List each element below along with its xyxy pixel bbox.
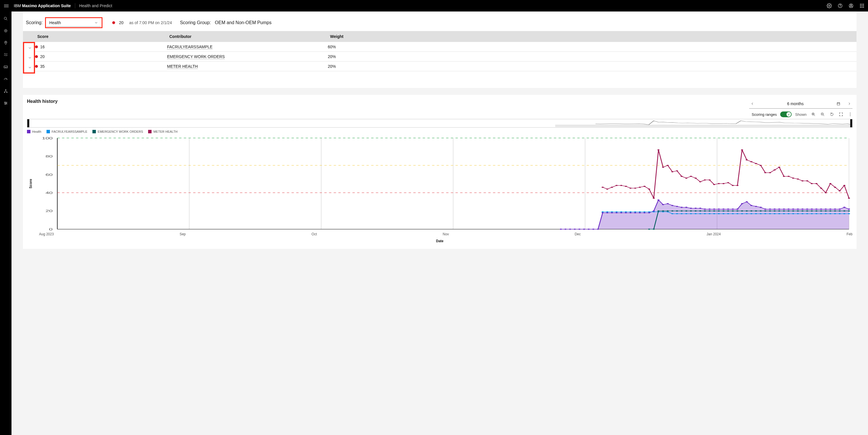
svg-point-68	[569, 229, 571, 230]
fullscreen-icon[interactable]	[839, 112, 843, 117]
svg-point-173	[806, 213, 808, 214]
legend-swatch	[92, 130, 96, 133]
row-contributor[interactable]: FACRULYEARSSAMPLE	[167, 45, 212, 50]
svg-text:80: 80	[45, 154, 53, 158]
svg-point-242	[671, 171, 673, 172]
svg-point-7	[860, 5, 861, 6]
svg-point-172	[801, 213, 803, 214]
svg-rect-18	[4, 66, 7, 68]
expand-row-2[interactable]	[24, 63, 36, 72]
svg-point-6	[863, 4, 864, 5]
expand-row-0[interactable]	[24, 43, 36, 53]
legend-item[interactable]: FACRULYEARSSAMPLE	[46, 130, 88, 133]
svg-point-251	[713, 184, 715, 185]
svg-point-277	[834, 187, 836, 188]
scoring-label: Scoring:	[26, 20, 43, 25]
brush-handle-right[interactable]	[850, 119, 852, 127]
nav-keyboard[interactable]	[0, 63, 11, 71]
scoring-ranges-toggle[interactable]	[780, 112, 792, 117]
th-contributor: Contributor	[169, 34, 330, 39]
chart-brush[interactable]	[27, 119, 852, 127]
nav-lines[interactable]	[0, 51, 11, 59]
global-header: IBM Maximo Application Suite Health and …	[0, 0, 868, 11]
svg-point-122	[820, 209, 822, 210]
nav-hierarchy[interactable]	[0, 87, 11, 95]
svg-point-255	[732, 185, 734, 186]
expand-row-1[interactable]	[24, 53, 36, 63]
svg-point-202	[736, 210, 738, 211]
svg-point-106	[746, 201, 748, 203]
svg-point-8	[862, 5, 862, 6]
svg-point-150	[699, 213, 701, 214]
svg-point-136	[634, 211, 636, 212]
svg-point-246	[690, 176, 692, 177]
chevron-down-icon	[28, 46, 32, 50]
svg-point-165	[769, 213, 771, 214]
legend-label: METER HEALTH	[153, 130, 177, 133]
svg-point-183	[648, 229, 650, 230]
svg-point-131	[611, 211, 613, 212]
zoom-in-icon[interactable]	[811, 112, 816, 117]
svg-point-26	[4, 92, 5, 93]
svg-point-129	[601, 211, 603, 212]
menu-icon[interactable]	[3, 3, 9, 9]
reset-icon[interactable]	[830, 112, 834, 117]
svg-point-207	[760, 210, 762, 211]
svg-point-252	[718, 183, 720, 184]
svg-point-240	[662, 167, 664, 168]
svg-point-222	[829, 210, 831, 211]
overflow-menu-icon[interactable]	[848, 112, 852, 117]
brush-handle-left[interactable]	[27, 119, 29, 127]
svg-point-221	[825, 210, 827, 211]
legend-item[interactable]: EMERGENCY WORK ORDERS	[92, 130, 143, 133]
svg-point-178	[829, 213, 831, 214]
nav-sliders[interactable]	[0, 99, 11, 108]
svg-point-127	[843, 207, 845, 208]
svg-text:60: 60	[45, 173, 53, 176]
user-icon[interactable]	[848, 3, 854, 8]
zoom-out-icon[interactable]	[820, 112, 825, 117]
svg-point-132	[615, 211, 617, 212]
nav-search[interactable]	[0, 14, 11, 23]
svg-point-4	[860, 4, 861, 5]
svg-point-193	[694, 210, 696, 211]
legend-item[interactable]: METER HEALTH	[148, 130, 177, 133]
apps-icon[interactable]	[859, 3, 865, 8]
svg-point-100	[718, 209, 720, 210]
svg-point-190	[681, 210, 683, 211]
svg-point-116	[792, 209, 794, 210]
svg-point-27	[7, 92, 7, 93]
svg-point-237	[648, 188, 650, 190]
svg-point-213	[787, 210, 789, 211]
svg-point-161	[750, 213, 752, 214]
legend-item[interactable]: Health	[27, 130, 41, 133]
svg-point-112	[774, 209, 776, 210]
svg-point-149	[694, 213, 696, 214]
svg-point-236	[644, 186, 646, 187]
chevron-left-icon[interactable]	[750, 102, 754, 106]
svg-point-229	[611, 187, 613, 188]
svg-point-169	[787, 213, 789, 214]
help-icon[interactable]	[838, 3, 843, 8]
row-contributor[interactable]: METER HEALTH	[167, 64, 198, 69]
nav-gauge[interactable]	[0, 75, 11, 83]
date-range-control[interactable]: 6 months	[749, 99, 852, 109]
x-tick: Oct	[311, 232, 317, 236]
svg-point-47	[850, 116, 850, 116]
svg-point-118	[801, 209, 803, 210]
svg-point-162	[755, 213, 757, 214]
svg-point-195	[704, 210, 706, 211]
nav-location[interactable]	[0, 38, 11, 47]
table-row: 35 METER HEALTH 20%	[35, 61, 857, 71]
svg-point-123	[825, 209, 827, 210]
svg-point-276	[829, 183, 831, 184]
chevron-right-icon[interactable]	[847, 102, 851, 106]
svg-point-93	[685, 207, 687, 208]
svg-point-225	[843, 210, 845, 211]
row-contributor[interactable]: EMERGENCY WORK ORDERS	[167, 54, 225, 59]
settings-icon[interactable]	[827, 3, 832, 8]
scoring-select[interactable]: Health	[45, 17, 102, 28]
calendar-icon[interactable]	[836, 102, 840, 106]
nav-target[interactable]	[0, 26, 11, 35]
svg-point-45	[850, 113, 850, 113]
